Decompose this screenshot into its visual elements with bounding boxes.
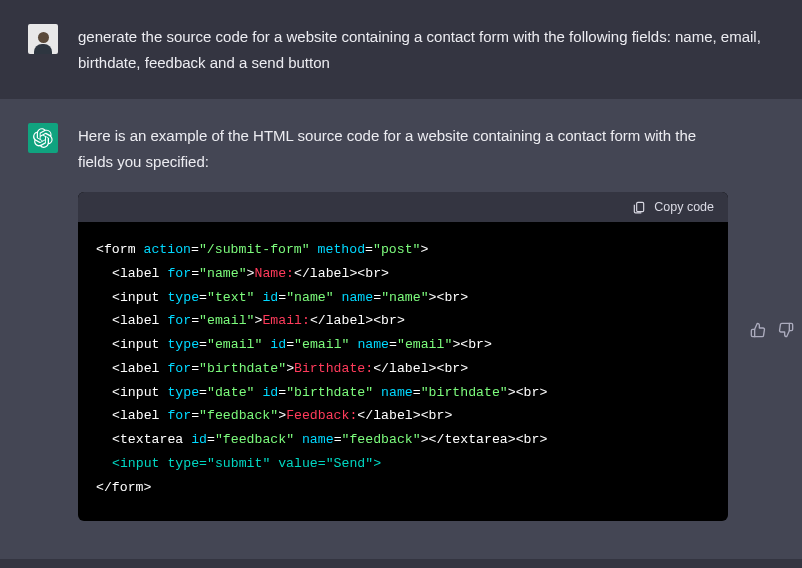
message-actions xyxy=(748,125,802,535)
code-header: Copy code xyxy=(78,192,728,222)
assistant-message-text: Here is an example of the HTML source co… xyxy=(78,123,728,174)
code-block: Copy code <form action="/submit-form" me… xyxy=(78,192,728,521)
code-content: <form action="/submit-form" method="post… xyxy=(78,222,728,521)
copy-code-label: Copy code xyxy=(654,200,714,214)
thumbs-down-button[interactable] xyxy=(776,125,796,535)
thumbs-up-button[interactable] xyxy=(748,125,768,535)
thumbs-up-icon xyxy=(750,322,766,338)
assistant-message: Here is an example of the HTML source co… xyxy=(0,99,802,559)
user-message: generate the source code for a website c… xyxy=(0,0,802,99)
clipboard-icon xyxy=(632,200,646,214)
svg-rect-0 xyxy=(637,202,644,211)
user-message-text: generate the source code for a website c… xyxy=(78,24,764,75)
openai-icon xyxy=(33,128,53,148)
user-avatar xyxy=(28,24,58,54)
thumbs-down-icon xyxy=(778,322,794,338)
assistant-avatar xyxy=(28,123,58,153)
copy-code-button[interactable]: Copy code xyxy=(632,200,714,214)
